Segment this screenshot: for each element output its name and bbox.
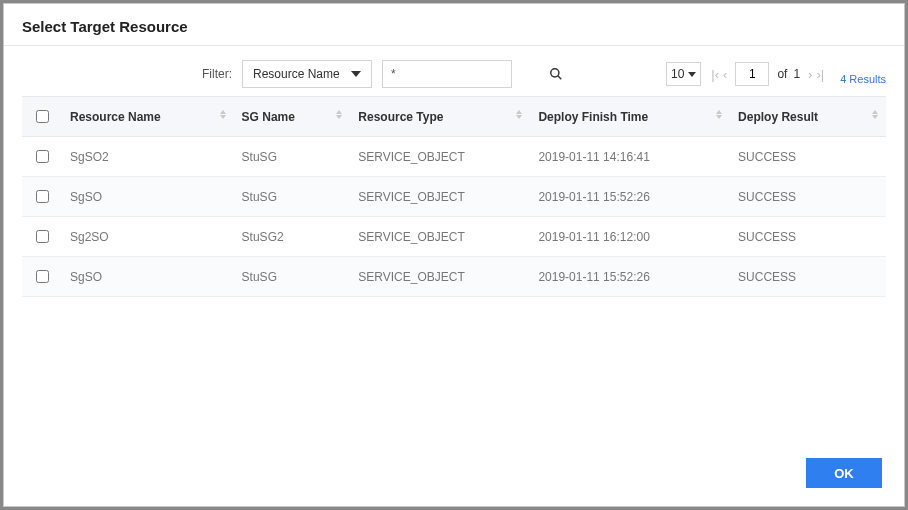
cell-resource-name: Sg2SO bbox=[62, 217, 234, 257]
col-sg-name[interactable]: SG Name bbox=[234, 97, 351, 137]
next-page-button[interactable]: › bbox=[808, 68, 812, 81]
prev-page-button[interactable]: ‹ bbox=[723, 68, 727, 81]
col-resource-type-label: Resource Type bbox=[358, 110, 443, 124]
modal-header: Select Target Resource bbox=[4, 4, 904, 46]
ok-button[interactable]: OK bbox=[806, 458, 882, 488]
current-page-input[interactable] bbox=[735, 62, 769, 86]
col-deploy-result[interactable]: Deploy Result bbox=[730, 97, 886, 137]
row-checkbox[interactable] bbox=[36, 230, 49, 243]
filter-search-input[interactable] bbox=[383, 61, 549, 87]
filter-search-button[interactable] bbox=[549, 67, 563, 81]
filter-label: Filter: bbox=[202, 67, 232, 81]
sort-icon bbox=[716, 110, 722, 119]
table-row: SgSO2StuSGSERVICE_OBJECT2019-01-11 14:16… bbox=[22, 137, 886, 177]
pagination: 10 |‹ ‹ of 1 › ›| 4 Results bbox=[666, 62, 886, 86]
col-resource-name[interactable]: Resource Name bbox=[62, 97, 234, 137]
col-sg-name-label: SG Name bbox=[242, 110, 295, 124]
table-row: SgSOStuSGSERVICE_OBJECT2019-01-11 15:52:… bbox=[22, 257, 886, 297]
col-deploy-result-label: Deploy Result bbox=[738, 110, 818, 124]
sort-icon bbox=[872, 110, 878, 119]
cell-resource-type: SERVICE_OBJECT bbox=[350, 177, 530, 217]
modal-footer: OK bbox=[4, 444, 904, 506]
col-resource-name-label: Resource Name bbox=[70, 110, 161, 124]
row-checkbox-cell bbox=[22, 257, 62, 297]
cell-resource-name: SgSO bbox=[62, 177, 234, 217]
cell-deploy-result: SUCCESS bbox=[730, 217, 886, 257]
resource-table-wrapper: Resource Name SG Name Resource Type Depl… bbox=[4, 96, 904, 444]
page-size-value: 10 bbox=[671, 67, 684, 81]
total-pages: 1 bbox=[793, 67, 800, 81]
row-checkbox[interactable] bbox=[36, 270, 49, 283]
filter-selected-value: Resource Name bbox=[253, 67, 340, 81]
row-checkbox[interactable] bbox=[36, 150, 49, 163]
row-checkbox[interactable] bbox=[36, 190, 49, 203]
table-row: Sg2SOStuSG2SERVICE_OBJECT2019-01-11 16:1… bbox=[22, 217, 886, 257]
col-deploy-finish-time[interactable]: Deploy Finish Time bbox=[530, 97, 730, 137]
modal-title: Select Target Resource bbox=[22, 18, 886, 35]
sort-icon bbox=[516, 110, 522, 119]
results-count: 4 Results bbox=[840, 73, 886, 86]
cell-resource-type: SERVICE_OBJECT bbox=[350, 257, 530, 297]
of-label: of bbox=[777, 67, 787, 81]
sort-icon bbox=[220, 110, 226, 119]
cell-resource-type: SERVICE_OBJECT bbox=[350, 137, 530, 177]
row-checkbox-cell bbox=[22, 217, 62, 257]
filter-search-box bbox=[382, 60, 512, 88]
filter-field-select[interactable]: Resource Name bbox=[242, 60, 372, 88]
select-target-resource-dialog: Select Target Resource Filter: Resource … bbox=[3, 3, 905, 507]
last-page-button[interactable]: ›| bbox=[816, 68, 824, 81]
cell-deploy-finish-time: 2019-01-11 14:16:41 bbox=[530, 137, 730, 177]
search-icon bbox=[549, 67, 563, 81]
sort-icon bbox=[336, 110, 342, 119]
col-deploy-finish-time-label: Deploy Finish Time bbox=[538, 110, 648, 124]
select-all-checkbox[interactable] bbox=[36, 110, 49, 123]
select-all-header bbox=[22, 97, 62, 137]
cell-sg-name: StuSG2 bbox=[234, 217, 351, 257]
table-row: SgSOStuSGSERVICE_OBJECT2019-01-11 15:52:… bbox=[22, 177, 886, 217]
svg-point-0 bbox=[551, 69, 559, 77]
cell-deploy-result: SUCCESS bbox=[730, 137, 886, 177]
cell-deploy-finish-time: 2019-01-11 15:52:26 bbox=[530, 177, 730, 217]
row-checkbox-cell bbox=[22, 177, 62, 217]
cell-deploy-finish-time: 2019-01-11 16:12:00 bbox=[530, 217, 730, 257]
first-page-button[interactable]: |‹ bbox=[711, 68, 719, 81]
resource-table: Resource Name SG Name Resource Type Depl… bbox=[22, 96, 886, 297]
cell-deploy-result: SUCCESS bbox=[730, 177, 886, 217]
cell-sg-name: StuSG bbox=[234, 177, 351, 217]
pager-nav: |‹ ‹ of 1 › ›| bbox=[711, 62, 824, 86]
cell-resource-name: SgSO2 bbox=[62, 137, 234, 177]
caret-down-icon bbox=[688, 72, 696, 77]
cell-resource-type: SERVICE_OBJECT bbox=[350, 217, 530, 257]
page-size-select[interactable]: 10 bbox=[666, 62, 701, 86]
cell-deploy-result: SUCCESS bbox=[730, 257, 886, 297]
col-resource-type[interactable]: Resource Type bbox=[350, 97, 530, 137]
controls-row: Filter: Resource Name 10 |‹ bbox=[4, 46, 904, 96]
cell-resource-name: SgSO bbox=[62, 257, 234, 297]
cell-sg-name: StuSG bbox=[234, 257, 351, 297]
cell-sg-name: StuSG bbox=[234, 137, 351, 177]
cell-deploy-finish-time: 2019-01-11 15:52:26 bbox=[530, 257, 730, 297]
svg-line-1 bbox=[558, 76, 562, 80]
caret-down-icon bbox=[351, 71, 361, 77]
row-checkbox-cell bbox=[22, 137, 62, 177]
